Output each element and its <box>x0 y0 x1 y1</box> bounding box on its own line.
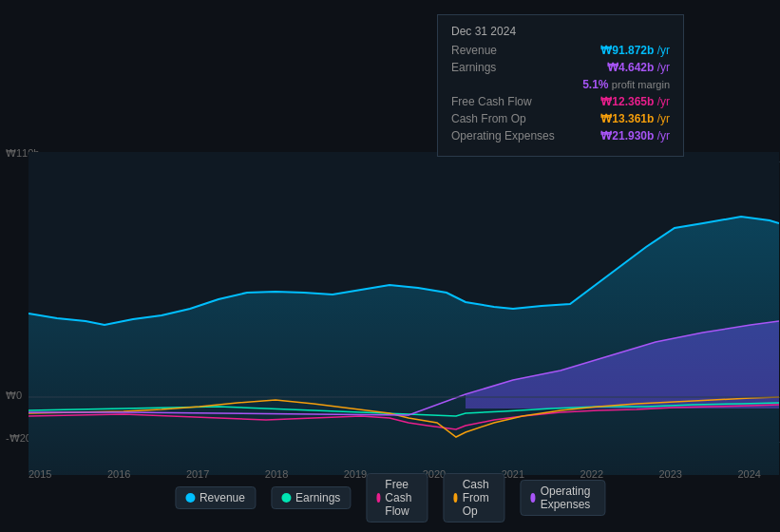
tooltip-row-fcf: Free Cash Flow ₩12.365b /yr <box>451 95 670 108</box>
x-label-2016: 2016 <box>107 468 130 480</box>
legend: Revenue Earnings Free Cash Flow Cash Fro… <box>175 473 605 522</box>
tooltip-value-opex: ₩21.930b /yr <box>600 129 670 142</box>
tooltip-row-margin: 5.1% profit margin <box>451 78 670 91</box>
chart-svg <box>29 152 779 475</box>
y-label-mid: ₩0 <box>6 390 22 402</box>
tooltip-label-revenue: Revenue <box>451 44 497 57</box>
tooltip-value-fcf: ₩12.365b /yr <box>600 95 670 108</box>
tooltip-box: Dec 31 2024 Revenue ₩91.872b /yr Earning… <box>437 14 684 157</box>
legend-item-opex[interactable]: Operating Expenses <box>520 480 605 516</box>
legend-dot-revenue <box>185 493 195 503</box>
legend-dot-cfo <box>453 493 457 503</box>
legend-item-fcf[interactable]: Free Cash Flow <box>366 473 428 522</box>
x-label-2015: 2015 <box>29 468 51 480</box>
legend-dot-opex <box>530 493 535 503</box>
tooltip-label-earnings: Earnings <box>451 61 496 74</box>
legend-label-earnings: Earnings <box>295 491 340 504</box>
tooltip-label-opex: Operating Expenses <box>451 129 555 142</box>
x-label-2023: 2023 <box>659 468 682 480</box>
legend-label-opex: Operating Expenses <box>541 484 595 511</box>
tooltip-value-cfo: ₩13.361b /yr <box>600 112 670 125</box>
tooltip-label-cfo: Cash From Op <box>451 112 526 125</box>
tooltip-row-opex: Operating Expenses ₩21.930b /yr <box>451 129 670 142</box>
tooltip-value-margin: 5.1% profit margin <box>582 78 670 91</box>
chart-container: Dec 31 2024 Revenue ₩91.872b /yr Earning… <box>0 0 780 532</box>
tooltip-row-earnings: Earnings ₩4.642b /yr <box>451 61 670 74</box>
legend-dot-earnings <box>281 493 291 503</box>
x-label-2024: 2024 <box>737 468 760 480</box>
legend-label-fcf: Free Cash Flow <box>385 478 417 518</box>
tooltip-date: Dec 31 2024 <box>451 25 670 38</box>
legend-label-revenue: Revenue <box>200 491 245 504</box>
legend-item-revenue[interactable]: Revenue <box>175 486 256 509</box>
legend-label-cfo: Cash From Op <box>463 478 495 518</box>
tooltip-row-revenue: Revenue ₩91.872b /yr <box>451 44 670 57</box>
legend-dot-fcf <box>376 493 380 503</box>
tooltip-value-revenue: ₩91.872b /yr <box>600 44 670 57</box>
tooltip-label-fcf: Free Cash Flow <box>451 95 532 108</box>
tooltip-row-cfo: Cash From Op ₩13.361b /yr <box>451 112 670 125</box>
legend-item-earnings[interactable]: Earnings <box>271 486 351 509</box>
legend-item-cfo[interactable]: Cash From Op <box>443 473 504 522</box>
tooltip-value-earnings: ₩4.642b /yr <box>607 61 670 74</box>
